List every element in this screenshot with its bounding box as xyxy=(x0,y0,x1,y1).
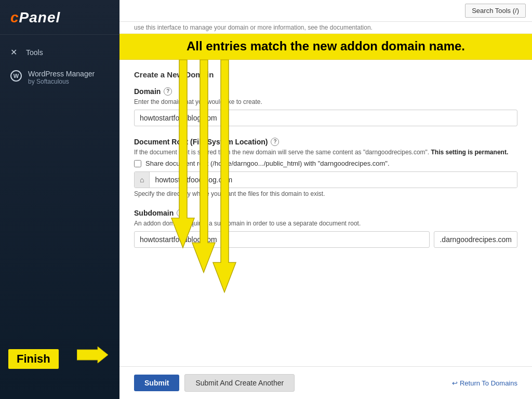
wordpress-text: WordPress Manager by Softaculous xyxy=(28,70,95,85)
docroot-desc-text: If the document root is shared then the … xyxy=(134,149,429,156)
subdomain-suffix: .darngoodrecipes.com xyxy=(434,231,517,248)
cpanel-logo-c: c xyxy=(10,9,19,25)
domain-label: Domain ? xyxy=(134,87,517,96)
topbar: Search Tools (/) xyxy=(119,0,532,22)
sidebar: cPanel ✕ Tools W WordPress Manager by So… xyxy=(0,0,119,399)
submit-button[interactable]: Submit xyxy=(134,375,179,391)
domain-help-icon[interactable]: ? xyxy=(164,87,172,96)
domain-form-group: Domain ? Enter the domain that you would… xyxy=(134,87,517,126)
tools-icon: ✕ xyxy=(10,47,20,57)
domain-input[interactable] xyxy=(134,110,517,126)
share-docroot-checkbox[interactable] xyxy=(134,160,141,167)
domain-label-text: Domain xyxy=(134,87,161,96)
finish-arrow-icon xyxy=(77,347,108,367)
subdomain-label-text: Subdomain xyxy=(134,209,174,217)
search-tools-button[interactable]: Search Tools (/) xyxy=(465,4,526,18)
home-icon: ⌂ xyxy=(135,172,150,188)
subdomain-desc: An addon domain requires a subdomain in … xyxy=(134,219,517,228)
sidebar-item-tools-label: Tools xyxy=(26,48,43,57)
domain-desc: Enter the domain that you would like to … xyxy=(134,98,517,107)
docroot-small-desc: Specify the directory where you want the… xyxy=(134,190,517,197)
docroot-form-group: Document Root (File System Location) ? I… xyxy=(134,138,517,198)
submit-create-another-button[interactable]: Submit And Create Another xyxy=(184,374,295,392)
return-arrow-icon: ↩ xyxy=(452,379,458,387)
docroot-label-text: Document Root (File System Location) xyxy=(134,138,268,146)
docroot-help-icon[interactable]: ? xyxy=(271,138,279,146)
button-row: Submit Submit And Create Another ↩ Retur… xyxy=(119,366,532,399)
return-to-domains-link[interactable]: ↩ Return To Domains xyxy=(452,379,517,387)
subdomain-label: Subdomain ? xyxy=(134,209,517,217)
wordpress-icon: W xyxy=(10,70,22,82)
subdomain-input[interactable] xyxy=(134,231,430,248)
sidebar-item-wordpress[interactable]: W WordPress Manager by Softaculous xyxy=(0,63,119,91)
annotation-banner: All entries match the new addon domain n… xyxy=(119,34,532,60)
return-label: Return To Domains xyxy=(460,379,517,387)
docroot-desc: If the document root is shared then the … xyxy=(134,148,517,157)
sidebar-item-tools[interactable]: ✕ Tools xyxy=(0,41,119,63)
svg-marker-0 xyxy=(77,347,108,363)
top-hint: use this interface to manage your domain… xyxy=(119,22,532,34)
cpanel-logo: cPanel xyxy=(10,9,109,26)
wordpress-manager-label: WordPress Manager xyxy=(28,70,95,78)
docroot-desc-bold: This setting is permanent. xyxy=(431,149,509,156)
form-content: Create a New Domain Domain ? Enter the d… xyxy=(119,60,532,366)
wordpress-sub-label: by Softaculous xyxy=(28,78,95,85)
subdomain-help-icon[interactable]: ? xyxy=(177,209,185,217)
sidebar-nav: ✕ Tools W WordPress Manager by Softaculo… xyxy=(0,35,119,399)
section-title: Create a New Domain xyxy=(134,70,517,79)
subdomain-form-group: Subdomain ? An addon domain requires a s… xyxy=(134,209,517,248)
docroot-input-row: ⌂ xyxy=(134,171,517,188)
main-content: Search Tools (/) use this interface to m… xyxy=(119,0,532,399)
share-docroot-label: Share document root (/home/darngoo.../pu… xyxy=(145,159,390,167)
docroot-input[interactable] xyxy=(150,172,517,188)
subdomain-row: .darngoodrecipes.com xyxy=(134,231,517,248)
finish-annotation: Finish xyxy=(8,349,59,369)
docroot-label: Document Root (File System Location) ? xyxy=(134,138,517,146)
cpanel-logo-panel: Panel xyxy=(19,9,61,25)
cpanel-logo-area: cPanel xyxy=(0,0,119,35)
docroot-checkbox-row: Share document root (/home/darngoo.../pu… xyxy=(134,159,517,167)
